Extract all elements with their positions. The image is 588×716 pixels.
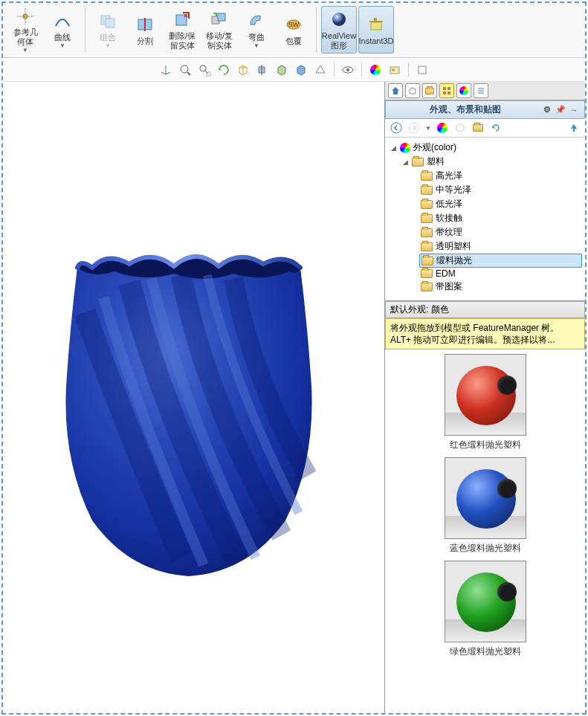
separator — [85, 7, 85, 52]
swatch-preview — [445, 561, 526, 642]
color-tab[interactable] — [456, 83, 471, 98]
up-icon[interactable] — [567, 121, 581, 135]
tree-item[interactable]: 中等光泽 — [388, 183, 582, 197]
combine-button: 组合 ▼ — [90, 6, 126, 54]
tree-item[interactable]: EDM — [388, 268, 582, 280]
wrap-icon: SW — [283, 14, 304, 35]
hide-show-icon[interactable] — [340, 62, 355, 77]
curve-label: 曲线 — [54, 33, 71, 42]
svg-rect-33 — [448, 91, 450, 94]
nav-row: ▼ — [385, 119, 585, 138]
realview-button[interactable]: RealView 图形 — [321, 6, 357, 54]
delete-keep-label: 删除/保 留实体 — [169, 31, 196, 51]
tree-root-label: 外观(color) — [413, 141, 456, 154]
shaded-icon[interactable] — [294, 62, 308, 77]
svg-rect-32 — [443, 91, 446, 94]
appearance-tree[interactable]: ◢ 外观(color) ◢ 塑料 高光泽 中等光泽 低光泽 软接触 带纹理 透明… — [385, 138, 585, 301]
swatch-preview — [445, 354, 526, 436]
scene-icon[interactable] — [387, 62, 402, 77]
tree-item[interactable]: 软接触 — [388, 211, 582, 225]
gear-icon[interactable]: ⚙ — [541, 104, 553, 116]
combine-icon — [97, 10, 118, 31]
svg-point-26 — [346, 68, 349, 71]
separator — [316, 7, 317, 52]
rotate-icon[interactable] — [216, 62, 231, 77]
split-button[interactable]: 分割 — [127, 6, 163, 54]
svg-rect-30 — [443, 87, 446, 90]
cube-filter-icon[interactable] — [453, 121, 467, 135]
tree-item[interactable]: 透明塑料 — [388, 239, 582, 254]
svg-point-28 — [392, 68, 395, 71]
swatch-preview — [445, 457, 526, 539]
folder-open-icon[interactable] — [471, 121, 485, 135]
tree-item[interactable]: 低光泽 — [388, 197, 582, 211]
svg-rect-31 — [448, 87, 450, 90]
ribbon-toolbar: 参考几 何体 ▼ 曲线 ▼ 组合 ▼ 分割 删除/保 留实体 移动/复 制实体 — [3, 3, 585, 58]
expand-icon[interactable]: → — [568, 104, 580, 116]
svg-rect-29 — [419, 66, 426, 74]
instant3d-icon — [366, 14, 387, 35]
axis-icon[interactable] — [158, 62, 173, 77]
swatch-label: 绿色缎料抛光塑料 — [450, 645, 521, 658]
back-icon[interactable] — [390, 121, 403, 135]
tree-item[interactable]: 带纹理 — [388, 225, 582, 239]
forward-icon[interactable] — [407, 121, 421, 135]
section-icon[interactable] — [255, 62, 270, 77]
swatch-red[interactable]: 红色缎料抛光塑料 — [445, 354, 526, 451]
appearance-filter-icon[interactable] — [436, 121, 449, 135]
tree-plastic[interactable]: ◢ 塑料 — [388, 155, 582, 169]
delete-keep-icon — [172, 9, 193, 30]
list-tab[interactable] — [474, 83, 488, 98]
delete-keep-button[interactable]: 删除/保 留实体 — [164, 6, 200, 54]
panel-title: 外观、布景和贴图 — [390, 103, 540, 116]
combine-label: 组合 — [100, 33, 116, 42]
display-style-icon[interactable] — [274, 62, 289, 77]
folder-tab[interactable] — [422, 83, 437, 98]
perspective-icon[interactable] — [313, 62, 328, 77]
tree-root[interactable]: ◢ 外观(color) — [388, 141, 582, 155]
zoom-area-icon[interactable] — [197, 62, 212, 77]
grid-tab[interactable] — [439, 83, 454, 98]
bend-label: 弯曲 — [248, 33, 265, 42]
refresh-icon[interactable] — [489, 121, 503, 135]
vase-model[interactable] — [33, 178, 345, 595]
ref-geometry-button[interactable]: 参考几 何体 ▼ — [7, 6, 43, 54]
instant3d-button[interactable]: Instant3D — [358, 6, 394, 54]
separator — [334, 63, 335, 77]
curve-button[interactable]: 曲线 ▼ — [45, 6, 80, 54]
appearance-icon[interactable] — [368, 62, 383, 77]
svg-line-17 — [161, 72, 166, 74]
tree-item[interactable]: 带图案 — [388, 280, 582, 294]
svg-point-21 — [200, 65, 206, 71]
wireframe-icon[interactable] — [236, 62, 251, 77]
zoom-fit-icon[interactable] — [178, 62, 193, 77]
wrap-button[interactable]: SW 包覆 — [276, 6, 311, 54]
home-tab[interactable] — [388, 83, 403, 98]
swatch-blue[interactable]: 蓝色缎料抛光塑料 — [445, 457, 526, 555]
move-copy-label: 移动/复 制实体 — [206, 31, 233, 51]
tree-item[interactable]: 高光泽 — [388, 169, 582, 183]
svg-rect-27 — [390, 67, 399, 74]
split-label: 分割 — [137, 36, 153, 46]
3d-viewport[interactable] — [3, 82, 384, 713]
cube-tab[interactable] — [405, 83, 420, 98]
swatch-green[interactable]: 绿色缎料抛光塑料 — [445, 561, 526, 658]
pin-icon[interactable]: 📌 — [555, 104, 566, 116]
realview-label: RealView 图形 — [322, 31, 356, 51]
svg-rect-13 — [371, 22, 381, 30]
swatch-list[interactable]: 红色缎料抛光塑料 蓝色缎料抛光塑料 绿色缎料 — [385, 349, 585, 713]
bend-icon — [246, 10, 267, 31]
svg-line-18 — [166, 72, 170, 74]
dropdown-icon: ▼ — [59, 42, 65, 49]
bend-button[interactable]: 弯曲 ▼ — [239, 6, 274, 54]
settings-icon[interactable] — [415, 62, 430, 77]
move-copy-button[interactable]: 移动/复 制实体 — [201, 6, 237, 54]
hint-text: 将外观拖放到模型或 FeatureManager 树。ALT+ 拖动可立即进行编… — [385, 318, 585, 349]
curve-icon — [52, 10, 73, 31]
svg-line-20 — [187, 72, 190, 75]
svg-point-12 — [332, 13, 346, 26]
ref-geometry-label: 参考几 何体 — [13, 28, 38, 47]
tree-item-selected[interactable]: 缎料抛光 — [419, 254, 582, 268]
swatch-label: 蓝色缎料抛光塑料 — [450, 542, 521, 555]
separator — [361, 63, 362, 77]
